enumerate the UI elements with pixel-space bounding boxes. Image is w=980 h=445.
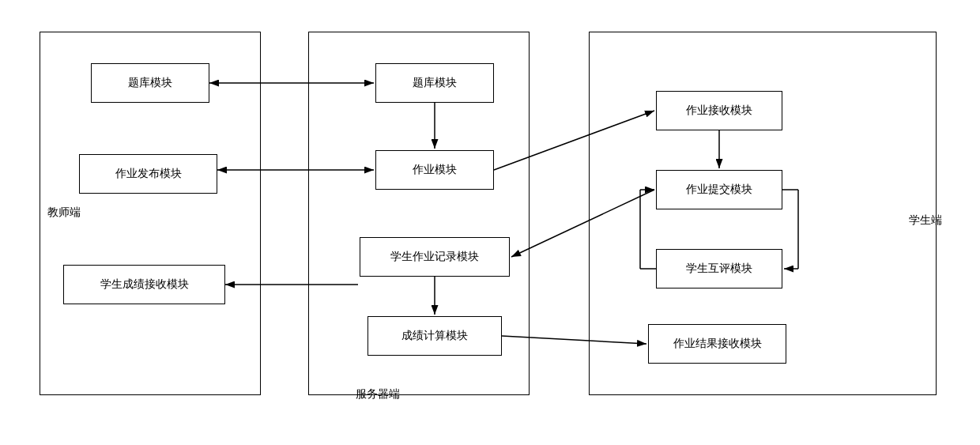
student-label: 学生端 bbox=[909, 213, 942, 228]
student-hw-receive: 作业接收模块 bbox=[656, 91, 782, 130]
student-peer-review: 学生互评模块 bbox=[656, 249, 782, 288]
teacher-question-bank: 题库模块 bbox=[91, 63, 209, 103]
teacher-label: 教师端 bbox=[47, 206, 81, 220]
teacher-grade-receive: 学生成绩接收模块 bbox=[63, 265, 225, 304]
server-homework: 作业模块 bbox=[375, 150, 494, 190]
student-result-receive: 作业结果接收模块 bbox=[648, 324, 786, 364]
teacher-homework-publish: 作业发布模块 bbox=[79, 154, 217, 194]
server-question-bank: 题库模块 bbox=[375, 63, 494, 103]
student-hw-submit: 作业提交模块 bbox=[656, 170, 782, 209]
diagram-container: 教师端 服务器端 学生端 题库模块 作业发布模块 学生成绩接收模块 题库模块 作… bbox=[0, 0, 980, 445]
server-grade-calc: 成绩计算模块 bbox=[368, 316, 502, 356]
server-label: 服务器端 bbox=[356, 387, 400, 402]
server-record: 学生作业记录模块 bbox=[360, 237, 510, 277]
